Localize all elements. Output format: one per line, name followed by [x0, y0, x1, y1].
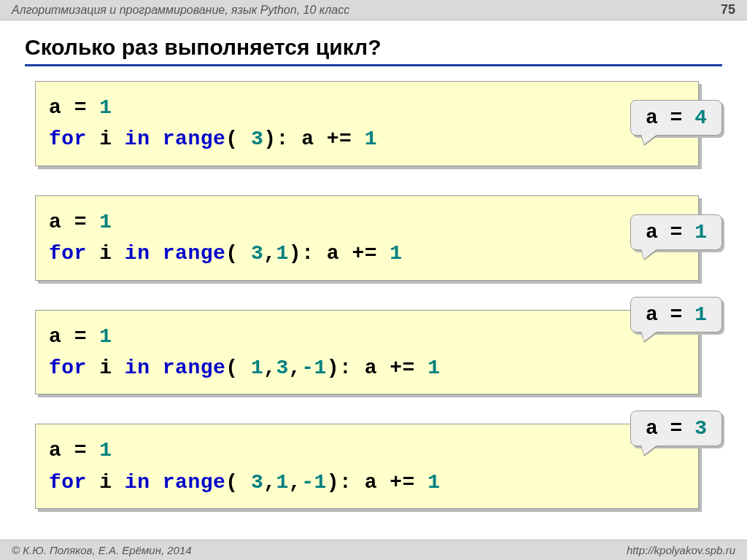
inc-var: a	[301, 128, 314, 150]
answer-var: a	[646, 221, 658, 244]
var-a: a	[49, 439, 61, 462]
op-eq: =	[74, 325, 87, 348]
code-line: for i in range( 1,3,-1): a += 1	[49, 352, 685, 384]
copyright-text: © К.Ю. Поляков, Е.А. Ерёмин, 2014	[12, 544, 192, 556]
range-arg: 3	[239, 471, 264, 494]
kw-range: range	[163, 471, 226, 494]
footer-bar: © К.Ю. Поляков, Е.А. Ерёмин, 2014 http:/…	[0, 540, 747, 560]
example-block: a = 1for i in range( 3): a += 1a = 4	[35, 81, 718, 166]
var-a: a	[49, 325, 61, 348]
inc-val: 1	[365, 128, 377, 150]
range-arg: ,	[263, 357, 276, 379]
op-pluseq: +=	[327, 128, 352, 150]
range-arg: ,	[289, 357, 301, 379]
loop-var: i	[99, 242, 112, 265]
range-arg: 1	[276, 242, 289, 265]
kw-range: range	[163, 242, 226, 265]
answer-bubble: a = 1	[630, 297, 722, 332]
range-arg: -1	[301, 357, 327, 379]
answer-bubble: a = 1	[630, 214, 722, 250]
example-block: a = 1for i in range( 3,1,-1): a += 1a = …	[35, 424, 718, 509]
inc-var: a	[327, 242, 339, 265]
footer-url: http://kpolyakov.spb.ru	[627, 544, 735, 556]
example-block: a = 1for i in range( 1,3,-1): a += 1a = …	[35, 310, 718, 395]
answer-val: 4	[694, 106, 707, 129]
slide: Алгоритмизация и программирование, язык …	[0, 0, 747, 560]
range-arg: 1	[239, 357, 264, 379]
paren-open: (	[225, 128, 238, 150]
code-box: a = 1for i in range( 3,1): a += 1	[35, 195, 699, 281]
code-box: a = 1for i in range( 1,3,-1): a += 1	[35, 310, 699, 395]
answer-eq: =	[670, 417, 683, 440]
paren-close: ):	[289, 242, 314, 265]
num-1: 1	[99, 211, 112, 233]
kw-in: in	[125, 357, 150, 379]
kw-for: for	[49, 357, 87, 379]
range-arg: ,	[263, 242, 276, 265]
answer-bubble: a = 3	[630, 411, 722, 446]
paren-open: (	[225, 471, 238, 494]
range-arg: ,	[263, 471, 276, 494]
code-box: a = 1for i in range( 3): a += 1	[35, 81, 699, 166]
loop-var: i	[99, 357, 112, 379]
range-arg: -1	[301, 471, 327, 494]
paren-open: (	[225, 242, 238, 265]
num-1: 1	[99, 96, 112, 119]
example-block: a = 1for i in range( 3,1): a += 1a = 1	[35, 195, 718, 281]
kw-for: for	[49, 242, 87, 265]
num-1: 1	[99, 325, 112, 348]
op-pluseq: +=	[352, 242, 377, 265]
kw-range: range	[163, 357, 226, 379]
answer-var: a	[646, 303, 658, 326]
page-number: 75	[721, 2, 735, 18]
num-1: 1	[99, 439, 112, 462]
paren-close: ):	[327, 471, 352, 494]
inc-val: 1	[390, 242, 402, 265]
inc-val: 1	[427, 357, 440, 379]
answer-val: 3	[694, 417, 707, 440]
kw-for: for	[49, 128, 87, 150]
op-eq: =	[74, 96, 87, 119]
range-arg: 3	[239, 128, 264, 150]
code-line: for i in range( 3): a += 1	[49, 123, 685, 155]
slide-title: Сколько раз выполняется цикл?	[25, 35, 722, 66]
inc-val: 1	[427, 471, 440, 494]
range-arg: ,	[289, 471, 301, 494]
code-line: a = 1	[49, 206, 685, 238]
kw-in: in	[125, 471, 150, 494]
range-arg: 1	[276, 471, 289, 494]
inc-var: a	[365, 471, 377, 494]
answer-eq: =	[670, 303, 683, 326]
content-area: a = 1for i in range( 3): a += 1a = 4a = …	[0, 75, 747, 509]
paren-close: ):	[263, 128, 289, 150]
code-line: for i in range( 3,1,-1): a += 1	[49, 467, 685, 498]
answer-val: 1	[694, 221, 707, 244]
op-eq: =	[74, 211, 87, 233]
title-wrap: Сколько раз выполняется цикл?	[0, 20, 747, 75]
paren-open: (	[225, 357, 238, 379]
kw-in: in	[125, 242, 150, 265]
op-pluseq: +=	[390, 471, 415, 494]
code-line: a = 1	[49, 435, 685, 466]
var-a: a	[49, 96, 61, 119]
op-eq: =	[74, 439, 87, 462]
header-bar: Алгоритмизация и программирование, язык …	[0, 0, 747, 20]
paren-close: ):	[327, 357, 352, 379]
kw-for: for	[49, 471, 87, 494]
answer-val: 1	[694, 303, 707, 326]
answer-eq: =	[670, 106, 683, 129]
kw-in: in	[125, 128, 150, 150]
answer-bubble: a = 4	[630, 100, 722, 136]
range-arg: 3	[276, 357, 289, 379]
code-line: a = 1	[49, 92, 685, 123]
kw-range: range	[163, 128, 226, 150]
answer-var: a	[646, 106, 658, 129]
var-a: a	[49, 211, 61, 233]
subject-text: Алгоритмизация и программирование, язык …	[12, 4, 349, 17]
loop-var: i	[99, 471, 112, 494]
code-line: for i in range( 3,1): a += 1	[49, 238, 685, 269]
answer-eq: =	[670, 221, 683, 244]
inc-var: a	[365, 357, 377, 379]
code-box: a = 1for i in range( 3,1,-1): a += 1	[35, 424, 699, 509]
code-line: a = 1	[49, 321, 685, 352]
